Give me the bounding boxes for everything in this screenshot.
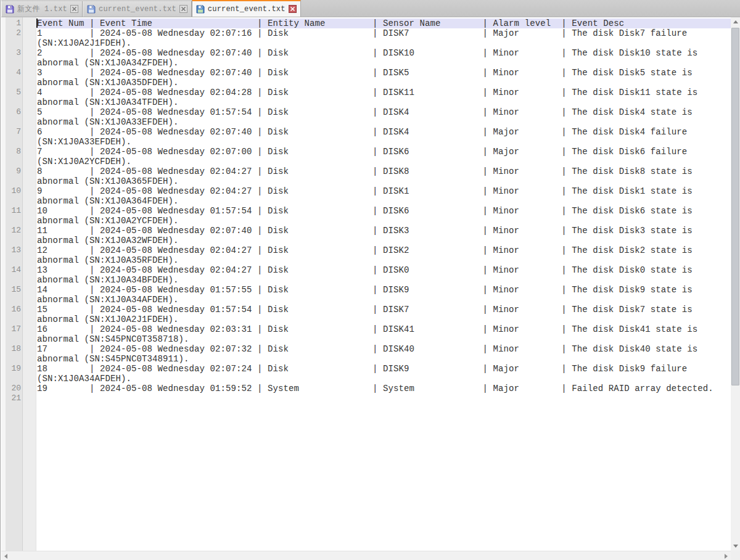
line-text: abnormal (SN:X1J0A34TFDEH). (37, 97, 179, 107)
text-editor-area[interactable]: 1Event Num | Event Time | Entity Name | … (1, 17, 731, 551)
line-text: 13 | 2024-05-08 Wednesday 02:04:27 | Dis… (37, 265, 693, 275)
editor-row[interactable]: 1918 | 2024-05-08 Wednesday 02:07:24 | D… (1, 364, 731, 374)
scrollbar-up-arrow-icon[interactable] (731, 17, 740, 27)
line-text: (SN:X1J0A2J1FDEH). (37, 38, 131, 48)
editor-row[interactable]: abnormal (SN:S45PNC0T358718). (1, 334, 731, 344)
line-number: 6 (6, 107, 21, 117)
line-text: (SN:X1J0A33EFDEH). (37, 137, 131, 147)
editor-row[interactable]: (SN:X1J0A34AFDEH). (1, 374, 731, 384)
editor-row[interactable]: (SN:X1J0A2J1FDEH). (1, 38, 731, 48)
line-text: 16 | 2024-05-08 Wednesday 02:03:31 | Dis… (37, 324, 697, 334)
editor-row[interactable]: 21 (1, 393, 731, 403)
editor-row[interactable]: 1Event Num | Event Time | Entity Name | … (1, 19, 731, 28)
line-number: 13 (6, 245, 21, 255)
tab-bar: 新文件 1.txt current_event.txt (1, 0, 740, 17)
line-text: Event Num | Event Time | Entity Name | S… (37, 19, 624, 28)
vertical-scrollbar[interactable] (731, 17, 740, 551)
editor-row[interactable]: 32 | 2024-05-08 Wednesday 02:07:40 | Dis… (1, 48, 731, 58)
horizontal-scrollbar[interactable] (1, 551, 731, 560)
line-text: 10 | 2024-05-08 Wednesday 01:57:54 | Dis… (37, 206, 693, 216)
scrollbar-left-arrow-icon[interactable] (1, 551, 10, 560)
tab-current-event-1[interactable]: current_event.txt (83, 1, 192, 17)
line-text: abnormal (SN:X1J0A2YCFDEH). (37, 216, 179, 226)
editor-row[interactable]: (SN:X1J0A33EFDEH). (1, 137, 731, 147)
editor-row[interactable]: 1312 | 2024-05-08 Wednesday 02:04:27 | D… (1, 245, 731, 255)
editor-row[interactable]: abnormal (SN:X1J0A34AFDEH). (1, 295, 731, 305)
editor-row[interactable]: 98 | 2024-05-08 Wednesday 02:04:27 | Dis… (1, 167, 731, 176)
line-number: 20 (6, 384, 21, 393)
editor-row[interactable]: 1413 | 2024-05-08 Wednesday 02:04:27 | D… (1, 265, 731, 275)
line-text: 15 | 2024-05-08 Wednesday 01:57:54 | Dis… (37, 305, 693, 315)
line-text: 1 | 2024-05-08 Wednesday 02:07:16 | Disk… (37, 28, 687, 38)
editor-row[interactable]: 43 | 2024-05-08 Wednesday 02:07:40 | Dis… (1, 68, 731, 78)
line-number: 5 (6, 88, 21, 97)
text-caret (36, 19, 38, 28)
editor-row[interactable]: 1110 | 2024-05-08 Wednesday 01:57:54 | D… (1, 206, 731, 216)
line-number: 21 (6, 393, 21, 403)
line-text: abnormal (SN:X1J0A35RFDEH). (37, 255, 179, 265)
vertical-scrollbar-thumb[interactable] (731, 28, 739, 385)
editor-row[interactable]: 1514 | 2024-05-08 Wednesday 01:57:55 | D… (1, 285, 731, 295)
scrollbar-right-arrow-icon[interactable] (722, 551, 731, 560)
editor-row[interactable]: 21 | 2024-05-08 Wednesday 02:07:16 | Dis… (1, 28, 731, 38)
line-text: abnormal (SN:X1J0A34BFDEH). (37, 275, 179, 285)
tab-new-file-1[interactable]: 新文件 1.txt (1, 1, 83, 17)
editor-row[interactable]: abnormal (SN:S45PNC0T348911). (1, 354, 731, 364)
close-icon[interactable] (289, 5, 297, 13)
editor-row[interactable]: 1716 | 2024-05-08 Wednesday 02:03:31 | D… (1, 324, 731, 334)
editor-row[interactable]: 2019 | 2024-05-08 Wednesday 01:59:52 | S… (1, 384, 731, 393)
line-text: abnormal (SN:S45PNC0T358718). (37, 334, 189, 344)
editor-row[interactable]: abnormal (SN:X1J0A364FDEH). (1, 196, 731, 206)
line-text: 3 | 2024-05-08 Wednesday 02:07:40 | Disk… (37, 68, 693, 78)
editor-row[interactable]: 87 | 2024-05-08 Wednesday 02:07:00 | Dis… (1, 147, 731, 157)
line-number: 14 (6, 265, 21, 275)
line-number: 4 (6, 68, 21, 78)
editor-window: 新文件 1.txt current_event.txt (0, 0, 740, 560)
line-text: abnormal (SN:X1J0A34ZFDEH). (37, 58, 179, 68)
line-number: 7 (6, 127, 21, 137)
editor-row[interactable]: abnormal (SN:X1J0A33EFDEH). (1, 117, 731, 127)
editor-row[interactable]: abnormal (SN:X1J0A35DFDEH). (1, 78, 731, 88)
close-icon[interactable] (179, 5, 187, 13)
editor-row[interactable]: (SN:X1J0A2YCFDEH). (1, 157, 731, 167)
line-text: 6 | 2024-05-08 Wednesday 02:07:40 | Disk… (37, 127, 687, 137)
editor-row[interactable]: 1817 | 2024-05-08 Wednesday 02:07:32 | D… (1, 344, 731, 354)
editor-row[interactable]: abnormal (SN:X1J0A32WFDEH). (1, 236, 731, 245)
line-text: abnormal (SN:X1J0A365FDEH). (37, 176, 179, 186)
line-text: abnormal (SN:X1J0A33EFDEH). (37, 117, 179, 127)
editor-row[interactable]: abnormal (SN:X1J0A34BFDEH). (1, 275, 731, 285)
editor-row[interactable]: abnormal (SN:X1J0A365FDEH). (1, 176, 731, 186)
editor-row[interactable]: 54 | 2024-05-08 Wednesday 02:04:28 | Dis… (1, 88, 731, 97)
editor-row[interactable]: abnormal (SN:X1J0A34ZFDEH). (1, 58, 731, 68)
line-text: abnormal (SN:X1J0A32WFDEH). (37, 236, 179, 245)
save-icon (196, 5, 205, 14)
line-number: 8 (6, 147, 21, 157)
close-icon[interactable] (70, 5, 78, 13)
editor-row[interactable]: abnormal (SN:X1J0A2YCFDEH). (1, 216, 731, 226)
line-text: abnormal (SN:X1J0A35DFDEH). (37, 78, 179, 88)
line-text: abnormal (SN:X1J0A364FDEH). (37, 196, 179, 206)
editor-row[interactable]: 109 | 2024-05-08 Wednesday 02:04:27 | Di… (1, 186, 731, 196)
line-number: 3 (6, 48, 21, 58)
tab-current-event-2-active[interactable]: current_event.txt (192, 0, 301, 17)
editor-row[interactable]: 1615 | 2024-05-08 Wednesday 01:57:54 | D… (1, 305, 731, 315)
line-text: 14 | 2024-05-08 Wednesday 01:57:55 | Dis… (37, 285, 693, 295)
line-text: 9 | 2024-05-08 Wednesday 02:04:27 | Disk… (37, 186, 693, 196)
editor-row[interactable]: abnormal (SN:X1J0A34TFDEH). (1, 97, 731, 107)
line-number: 12 (6, 226, 21, 236)
editor-row[interactable]: 65 | 2024-05-08 Wednesday 01:57:54 | Dis… (1, 107, 731, 117)
line-text: 5 | 2024-05-08 Wednesday 01:57:54 | Disk… (37, 107, 693, 117)
line-text: 18 | 2024-05-08 Wednesday 02:07:24 | Dis… (37, 364, 687, 374)
editor-row[interactable]: 1211 | 2024-05-08 Wednesday 02:07:40 | D… (1, 226, 731, 236)
line-text: 7 | 2024-05-08 Wednesday 02:07:00 | Disk… (37, 147, 687, 157)
scrollbar-down-arrow-icon[interactable] (731, 541, 740, 551)
line-number: 2 (6, 28, 21, 38)
line-number: 18 (6, 344, 21, 354)
editor-row[interactable]: 76 | 2024-05-08 Wednesday 02:07:40 | Dis… (1, 127, 731, 137)
scrollbar-corner (731, 551, 740, 560)
editor-row[interactable]: abnormal (SN:X1J0A35RFDEH). (1, 255, 731, 265)
line-text: 19 | 2024-05-08 Wednesday 01:59:52 | Sys… (37, 384, 713, 393)
line-text: 17 | 2024-05-08 Wednesday 02:07:32 | Dis… (37, 344, 697, 354)
editor-row[interactable]: abnormal (SN:X1J0A2J1FDEH). (1, 315, 731, 324)
line-number: 16 (6, 305, 21, 315)
